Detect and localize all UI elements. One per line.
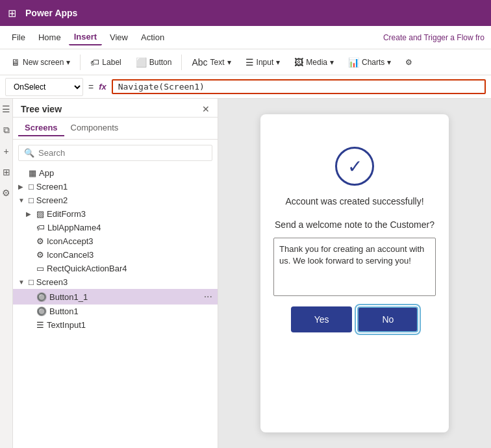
search-input[interactable] (38, 148, 207, 158)
button-icon: ⬜ (136, 57, 147, 68)
title-bar: ⊞ Power Apps (0, 0, 491, 26)
success-text: Account was created successfully! (285, 196, 423, 206)
media-btn-text: Media (306, 58, 327, 67)
chevron-editform3: ▶ (26, 210, 34, 218)
input-icon: ☰ (245, 57, 254, 68)
tree-content: ▦ App ▶ □ Screen1 ▼ □ Screen2 ▶ ▨ EditFo… (13, 166, 218, 448)
tree-item-rectquickactionbar4[interactable]: ▭ RectQuickActionBar4 (13, 262, 218, 275)
input-chevron-icon: ▾ (276, 58, 280, 67)
charts-icon: 📊 (348, 57, 359, 68)
screen2-icon: □ (29, 195, 34, 205)
editform3-label: EditForm3 (47, 209, 212, 219)
tools-icon[interactable]: ⚙ (2, 188, 10, 198)
tree-view-title: Tree view (21, 104, 62, 114)
iconcancel3-label: IconCancel3 (47, 250, 212, 260)
tab-components[interactable]: Components (64, 120, 125, 136)
left-sidebar: ☰ ⧉ + ⊞ ⚙ (0, 99, 13, 448)
label-button[interactable]: 🏷 Label (84, 54, 127, 71)
screen3-icon: □ (29, 277, 34, 287)
label-btn-text: Label (102, 58, 121, 67)
menu-action[interactable]: Action (136, 30, 170, 45)
button1-icon: 🔘 (36, 306, 47, 316)
screen1-icon: □ (29, 182, 34, 192)
media-button[interactable]: 🖼 Media ▾ (288, 54, 340, 71)
tree-item-button1-1[interactable]: 🔘 Button1_1 ··· (13, 289, 218, 305)
waffle-icon[interactable]: ⊞ (8, 7, 16, 19)
menu-insert[interactable]: Insert (69, 29, 102, 45)
iconcancel-icon: ⚙ (36, 250, 44, 260)
tree-view-panel: Tree view ✕ Screens Components 🔍 ▦ App ▶… (13, 99, 218, 448)
canvas-area[interactable]: ✓ Account was created successfully! Send… (218, 99, 491, 448)
rectquickactionbar4-label: RectQuickActionBar4 (47, 264, 212, 273)
tree-item-editform3[interactable]: ▶ ▨ EditForm3 (13, 207, 218, 221)
tree-header: Tree view ✕ (13, 99, 218, 118)
button-button[interactable]: ⬜ Button (130, 54, 178, 71)
tree-item-iconcancel3[interactable]: ⚙ IconCancel3 (13, 248, 218, 262)
app-label: App (39, 168, 212, 178)
more-icon: ⚙ (405, 58, 412, 67)
toolbar: 🖥 New screen ▾ 🏷 Label ⬜ Button Abc Text… (0, 49, 491, 75)
lbl-icon: 🏷 (36, 223, 45, 232)
tree-item-app[interactable]: ▦ App (13, 166, 218, 180)
plus-icon[interactable]: + (3, 146, 8, 156)
text-icon: Abc (192, 57, 207, 68)
charts-button[interactable]: 📊 Charts ▾ (342, 54, 397, 71)
no-button[interactable]: No (357, 306, 418, 332)
tree-item-lblappname4[interactable]: 🏷 LblAppName4 (13, 221, 218, 234)
action-buttons-row: Yes No (273, 306, 436, 332)
tree-item-textinput1[interactable]: ☰ TextInput1 (13, 318, 218, 332)
chevron-screen3: ▼ (18, 279, 26, 286)
menu-file[interactable]: File (6, 30, 31, 45)
new-screen-label: New screen (23, 58, 64, 67)
chevron-down-icon: ▾ (66, 58, 70, 67)
duplicate-icon[interactable]: ⊞ (3, 167, 10, 177)
menu-bar: File Home Insert View Action Create and … (0, 26, 491, 49)
check-icon: ✓ (347, 156, 362, 177)
search-box[interactable]: 🔍 (18, 145, 212, 161)
success-circle: ✓ (335, 147, 374, 186)
input-button[interactable]: ☰ Input ▾ (240, 54, 286, 71)
new-screen-button[interactable]: 🖥 New screen ▾ (5, 54, 76, 71)
equals-sign: = (88, 82, 94, 92)
tree-item-screen1[interactable]: ▶ □ Screen1 (13, 180, 218, 193)
layers-icon[interactable]: ⧉ (3, 125, 10, 136)
app-title: Power Apps (25, 8, 77, 18)
iconaccept3-label: IconAccept3 (47, 236, 212, 246)
chevron-screen2: ▼ (18, 197, 26, 204)
tree-item-screen2[interactable]: ▼ □ Screen2 (13, 193, 218, 207)
formula-input[interactable]: Navigate(Screen1) (112, 79, 486, 94)
textinput1-label: TextInput1 (47, 320, 212, 330)
formula-bar: OnSelect = fx Navigate(Screen1) (0, 75, 491, 99)
button1-1-icon: 🔘 (36, 292, 47, 302)
tree-item-button1[interactable]: 🔘 Button1 (13, 305, 218, 318)
tree-item-iconaccept3[interactable]: ⚙ IconAccept3 (13, 234, 218, 248)
fx-label: fx (99, 82, 107, 92)
more-options-icon[interactable]: ··· (204, 291, 212, 303)
menu-right-text: Create and Trigger a Flow fro (383, 33, 485, 42)
property-selector[interactable]: OnSelect (5, 78, 83, 96)
label-icon: 🏷 (90, 57, 99, 68)
welcome-textarea[interactable]: Thank you for creating an account with u… (273, 238, 436, 296)
screen2-label: Screen2 (36, 195, 212, 205)
charts-chevron-icon: ▾ (387, 58, 391, 67)
menu-hamburger-icon[interactable]: ☰ (2, 104, 10, 114)
text-chevron-icon: ▾ (227, 58, 231, 67)
menu-home[interactable]: Home (33, 30, 66, 45)
button1-1-label: Button1_1 (49, 292, 201, 302)
tree-close-button[interactable]: ✕ (202, 104, 210, 114)
text-button[interactable]: Abc Text ▾ (186, 54, 236, 71)
charts-btn-text: Charts (362, 58, 384, 67)
main-area: ☰ ⧉ + ⊞ ⚙ Tree view ✕ Screens Components… (0, 99, 491, 448)
media-chevron-icon: ▾ (330, 58, 334, 67)
tab-screens[interactable]: Screens (18, 120, 64, 136)
button1-label: Button1 (49, 306, 212, 316)
more-icons-button[interactable]: ⚙ (399, 55, 418, 70)
separator-2 (181, 55, 182, 70)
welcome-label: Send a welcome note to the Customer? (275, 219, 434, 230)
editform3-icon: ▨ (36, 209, 44, 219)
rect-icon: ▭ (36, 264, 44, 273)
yes-button[interactable]: Yes (291, 306, 353, 332)
lblappname4-label: LblAppName4 (47, 223, 212, 232)
tree-item-screen3[interactable]: ▼ □ Screen3 (13, 275, 218, 289)
menu-view[interactable]: View (105, 30, 133, 45)
